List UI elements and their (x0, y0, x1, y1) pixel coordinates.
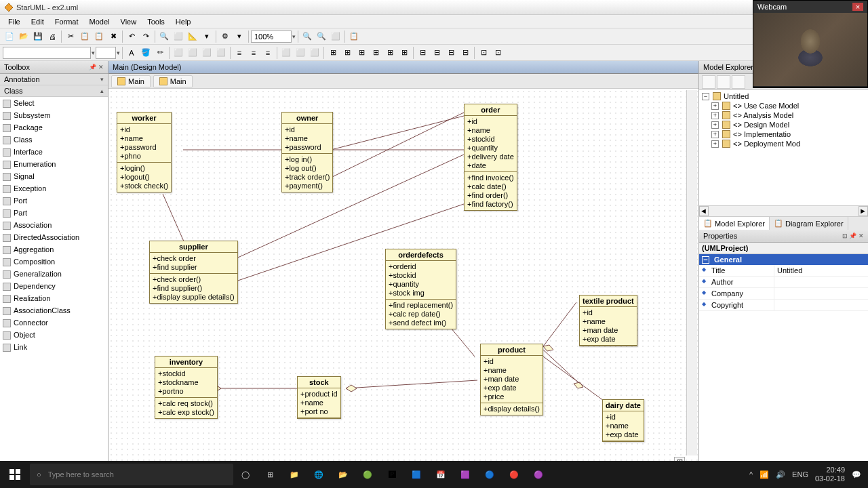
tool-item[interactable]: Interface (0, 146, 108, 158)
zoom-in-button[interactable]: 🔍 (315, 30, 328, 43)
menu-file[interactable]: File (3, 16, 26, 27)
property-row[interactable]: Author (699, 277, 868, 288)
tree-item[interactable]: +<> Implementatio (701, 129, 867, 139)
me-sort-icon[interactable] (702, 75, 715, 89)
fill-color-button[interactable]: 🪣 (139, 46, 153, 60)
expand-icon[interactable]: + (711, 102, 719, 110)
tree-item[interactable]: +<> Deployment Mod (701, 139, 867, 148)
scrollbar-vertical[interactable] (686, 90, 697, 455)
tb-icon[interactable]: ⊟ (430, 46, 443, 60)
font-color-button[interactable]: A (125, 46, 138, 60)
tree-scroll[interactable]: ◄► (699, 205, 868, 216)
tb-icon[interactable]: ⊟ (458, 46, 472, 60)
taskbar-app[interactable]: 🟣 (526, 461, 551, 488)
menu-model[interactable]: Model (84, 16, 115, 27)
menu-view[interactable]: View (115, 16, 142, 27)
tool-item[interactable]: Realization (0, 292, 108, 304)
copy-button[interactable]: 📋 (78, 30, 92, 43)
uml-class-supplier[interactable]: supplier+check order+find supplier+check… (149, 241, 238, 304)
menu-format[interactable]: Format (50, 16, 84, 27)
expand-icon[interactable]: + (711, 131, 719, 138)
model-tree[interactable]: − Untitled +<> Use Case Model+<> Analysi… (699, 90, 868, 205)
taskbar-search[interactable]: ○ Type here to search (30, 464, 233, 485)
uml-class-owner[interactable]: owner+id+name+password+log in()+log out(… (281, 112, 333, 192)
tray-lang[interactable]: ENG (792, 470, 808, 479)
menu-help[interactable]: Help (170, 16, 197, 27)
taskbar-app[interactable]: 🌐 (307, 461, 331, 488)
properties-grid[interactable]: (UMLProject) − General TitleUntitledAuth… (699, 243, 868, 466)
property-row[interactable]: Copyright (699, 300, 868, 311)
tool-item[interactable]: Class (0, 134, 108, 146)
me-sort-icon[interactable] (717, 75, 730, 89)
tb-icon[interactable]: ≡ (261, 46, 275, 60)
tb-icon[interactable]: 📐 (186, 30, 199, 43)
taskbar-app[interactable]: 🟢 (355, 461, 380, 488)
taskbar-clock[interactable]: 20:49 03-02-18 (815, 466, 845, 483)
property-row[interactable]: TitleUntitled (699, 265, 868, 277)
tb-icon[interactable]: ⊞ (369, 46, 382, 60)
menu-tools[interactable]: Tools (142, 16, 170, 27)
tool-item[interactable]: Dependency (0, 280, 108, 292)
tb-icon[interactable]: ⊞ (383, 46, 397, 60)
panel-pin-icon[interactable]: 📌 ✕ (89, 64, 104, 70)
uml-class-inventory[interactable]: inventory+stockid+stockname+portno+calc … (155, 356, 218, 419)
tree-item[interactable]: +<> Analysis Model (701, 110, 867, 120)
uml-class-stock[interactable]: stock+product id+name+port no (297, 376, 341, 419)
panel-controls[interactable]: ⊡ 📌 ✕ (842, 232, 864, 239)
uml-class-textile[interactable]: textile product+id+name+man date+exp dat… (579, 295, 637, 346)
tab-diagram-explorer[interactable]: 📋 Diagram Explorer (770, 217, 848, 230)
print-button[interactable]: 🖨 (45, 30, 59, 43)
taskbar-app[interactable]: 🟦 (404, 461, 429, 488)
tb-icon[interactable]: ⊡ (477, 46, 490, 60)
tb-icon[interactable]: ≡ (247, 46, 260, 60)
zoom-combo[interactable]: 100% (251, 30, 292, 43)
tb-icon[interactable]: ▾ (200, 30, 214, 43)
save-button[interactable]: 💾 (31, 30, 45, 43)
tool-item[interactable]: Select (0, 97, 108, 109)
tray-network-icon[interactable]: 📶 (760, 470, 769, 479)
tool-item[interactable]: Generalization (0, 268, 108, 280)
menu-edit[interactable]: Edit (26, 16, 50, 27)
tb-icon[interactable]: ⬜ (172, 30, 185, 43)
tb-icon[interactable]: ⬜ (172, 46, 185, 60)
new-button[interactable]: 📄 (3, 30, 16, 43)
taskbar-app[interactable]: 📅 (429, 461, 453, 488)
tool-item[interactable]: DirectedAssociation (0, 231, 108, 243)
toolbox-section-class[interactable]: Class▴ (0, 85, 108, 97)
tool-item[interactable]: Port (0, 195, 108, 207)
fit-button[interactable]: ⬜ (329, 30, 342, 43)
notifications-icon[interactable]: 💬 (852, 470, 861, 479)
tool-item[interactable]: Connector (0, 317, 108, 329)
tb-icon[interactable]: ⬜ (186, 46, 199, 60)
taskbar-app[interactable]: 🔴 (502, 461, 526, 488)
tb-icon[interactable]: 📋 (347, 30, 361, 43)
tb-icon[interactable]: ≡ (233, 46, 246, 60)
tool-item[interactable]: Package (0, 121, 108, 134)
tb-icon[interactable]: 🔍 (157, 30, 171, 43)
zoom-dropdown-icon[interactable]: ▾ (292, 33, 296, 40)
tool-item[interactable]: Link (0, 341, 108, 353)
diagram-canvas[interactable]: worker+id+name+password+phno+login()+log… (108, 89, 698, 469)
expand-icon[interactable]: + (711, 112, 719, 119)
tree-item[interactable]: +<> Design Model (701, 120, 867, 129)
uml-class-worker[interactable]: worker+id+name+password+phno+login()+log… (117, 112, 172, 192)
tool-item[interactable]: Aggregation (0, 243, 108, 256)
start-button[interactable] (0, 461, 30, 488)
uml-class-product[interactable]: product+id+name+man date+exp date+price+… (480, 344, 543, 415)
property-row[interactable]: Company (699, 288, 868, 300)
tool-item[interactable]: Exception (0, 182, 108, 195)
tb-icon[interactable]: ⬜ (279, 46, 293, 60)
property-value[interactable]: Untitled (774, 265, 868, 276)
taskbar-app[interactable]: 📂 (331, 461, 355, 488)
tab-model-explorer[interactable]: 📋 Model Explorer (699, 217, 770, 230)
taskbar-app[interactable]: 🅿 (380, 461, 404, 488)
tool-item[interactable]: Association (0, 219, 108, 231)
paste-button[interactable]: 📋 (92, 30, 106, 43)
font-combo[interactable] (3, 47, 91, 59)
redo-button[interactable]: ↷ (139, 30, 153, 43)
tb-icon[interactable]: ⬜ (200, 46, 214, 60)
system-tray[interactable]: ^ 📶 🔊 ENG 20:49 03-02-18 💬 (743, 466, 868, 483)
property-value[interactable] (774, 277, 868, 287)
tb-icon[interactable]: ⊞ (340, 46, 354, 60)
fontsize-combo[interactable] (96, 47, 116, 59)
